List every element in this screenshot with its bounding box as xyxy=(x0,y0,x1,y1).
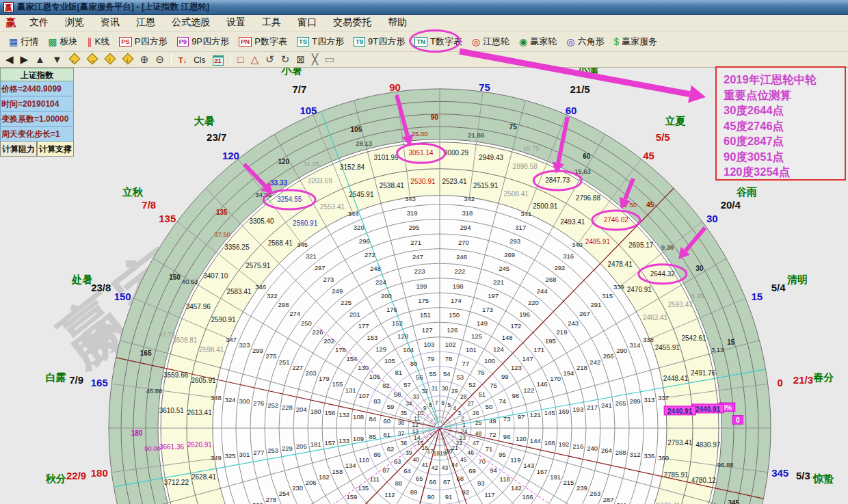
svg-text:142: 142 xyxy=(511,484,522,492)
svg-text:316: 316 xyxy=(563,252,574,260)
menu-item-trade-entrust[interactable]: 交易委托 xyxy=(325,15,380,31)
toolbar-button-p-square[interactable]: PSP四方形 xyxy=(114,34,172,50)
svg-text:3661.36: 3661.36 xyxy=(159,443,185,451)
svg-text:96.88: 96.88 xyxy=(717,461,734,468)
calc-support-button[interactable]: 计算支撑 xyxy=(37,142,74,157)
svg-text:36: 36 xyxy=(398,419,405,426)
tool-prev-icon[interactable]: ◀ xyxy=(5,53,14,66)
svg-text:31: 31 xyxy=(432,385,438,392)
svg-text:133: 133 xyxy=(339,437,349,445)
menu-item-gann[interactable]: 江恩 xyxy=(128,15,163,31)
toolbar-button-p-number-table[interactable]: PNP数字表 xyxy=(234,34,292,50)
svg-text:2448.41: 2448.41 xyxy=(663,375,689,382)
menu-item-tools[interactable]: 工具 xyxy=(254,15,289,31)
svg-text:345: 345 xyxy=(297,241,308,248)
svg-text:123: 123 xyxy=(511,364,522,371)
svg-text:177: 177 xyxy=(358,322,369,330)
svg-text:白露: 白露 xyxy=(46,371,66,383)
svg-text:120: 120 xyxy=(222,150,239,161)
tool-triangle-tool-icon[interactable]: △ xyxy=(251,53,259,66)
svg-text:324: 324 xyxy=(225,396,236,403)
svg-text:312: 312 xyxy=(630,451,641,458)
svg-text:245: 245 xyxy=(499,265,509,272)
tool-cls-icon[interactable]: Cls xyxy=(194,53,205,66)
svg-text:55: 55 xyxy=(429,370,437,377)
tool-shift-up-icon[interactable]: ↑ xyxy=(105,53,116,66)
svg-text:2644.32: 2644.32 xyxy=(650,270,676,278)
svg-text:40.63: 40.63 xyxy=(182,278,198,285)
svg-text:250: 250 xyxy=(301,319,312,327)
svg-text:159: 159 xyxy=(347,493,358,501)
tool-rotate-cw-icon[interactable]: ↻ xyxy=(281,53,290,66)
toolbar-button-gann-wheel[interactable]: ◎江恩轮 xyxy=(467,34,514,50)
winner-service-icon: $ xyxy=(614,37,620,47)
tool-zoom-in-icon[interactable]: ⊕ xyxy=(140,53,149,66)
hexagon-icon: ◎ xyxy=(566,37,574,47)
tool-shift-right-icon[interactable]: → xyxy=(87,53,98,66)
svg-text:196: 196 xyxy=(519,310,530,318)
tool-rotate-down-icon[interactable]: ▼ xyxy=(52,53,62,66)
menu-item-settings[interactable]: 设置 xyxy=(218,15,254,31)
svg-text:295: 295 xyxy=(408,224,419,231)
tool-zoom-out-icon[interactable]: ⊖ xyxy=(155,53,164,66)
svg-text:129: 129 xyxy=(375,345,386,353)
tool-rotate-ccw-icon[interactable]: ↺ xyxy=(265,53,274,66)
toolbar-button-winner-service[interactable]: $赢家服务 xyxy=(609,34,663,50)
svg-text:9: 9 xyxy=(423,405,427,412)
tool-shift-left-icon[interactable]: ← xyxy=(69,53,80,66)
svg-text:127: 127 xyxy=(422,326,433,334)
menu-item-formula-stock-pick[interactable]: 公式选股 xyxy=(163,15,218,31)
toolbar-button-winner-wheel[interactable]: ◉赢家轮 xyxy=(514,34,561,50)
svg-text:12.50: 12.50 xyxy=(620,201,637,209)
menu-item-file[interactable]: 文件 xyxy=(21,15,57,31)
svg-text:248: 248 xyxy=(370,265,381,272)
toolbar-button-quotes[interactable]: ▦行情 xyxy=(4,34,43,50)
toolbar-button-t-square[interactable]: TST四方形 xyxy=(292,34,349,50)
svg-text:45: 45 xyxy=(646,201,654,209)
svg-text:135: 135 xyxy=(159,213,176,224)
svg-text:221: 221 xyxy=(493,278,504,286)
svg-text:82: 82 xyxy=(382,382,390,389)
svg-text:240: 240 xyxy=(587,445,598,452)
tool-fit-center-icon[interactable]: ╳ xyxy=(312,53,318,66)
tool-shift-down-icon[interactable]: ↓ xyxy=(122,53,133,66)
svg-text:50: 50 xyxy=(486,403,493,410)
calc-resistance-button[interactable]: 计算阻力 xyxy=(0,142,37,157)
toolbar-button-9t-square[interactable]: T99T四方形 xyxy=(349,34,410,50)
title-bar: 赢 赢家江恩专业版[赢家服务平台] - [上证指数 江恩轮] xyxy=(0,0,848,15)
svg-text:2545.91: 2545.91 xyxy=(349,191,374,198)
tool-next-icon[interactable]: ▶ xyxy=(21,53,29,66)
toolbar-button-sectors[interactable]: ▩板块 xyxy=(43,34,82,50)
menu-item-help[interactable]: 帮助 xyxy=(380,15,415,31)
svg-text:228: 228 xyxy=(282,403,293,411)
winner-service-label: 赢家服务 xyxy=(622,36,657,48)
svg-text:343: 343 xyxy=(405,195,416,202)
tool-calendar-icon[interactable]: 21 xyxy=(213,53,224,66)
svg-text:2493.41: 2493.41 xyxy=(560,218,585,226)
toolbar-button-t-number-table[interactable]: TNT数字表 xyxy=(410,34,467,50)
tool-rotate-up-icon[interactable]: ▲ xyxy=(35,53,45,66)
svg-text:65: 65 xyxy=(416,475,423,482)
svg-text:2590.91: 2590.91 xyxy=(211,316,237,323)
svg-text:105: 105 xyxy=(351,126,362,133)
toolbar-button-kline[interactable]: ∥K线 xyxy=(82,34,114,50)
toolbar-button-9p-square[interactable]: P99P四方形 xyxy=(172,34,235,50)
menu-item-window[interactable]: 窗口 xyxy=(289,15,325,31)
toolbar-button-hexagon[interactable]: ◎六角形 xyxy=(561,34,609,50)
svg-text:169: 169 xyxy=(559,408,570,415)
svg-text:108: 108 xyxy=(353,413,364,421)
tool-delete-box-icon[interactable]: ⊠ xyxy=(296,53,305,66)
tool-rect-tool-icon[interactable]: □ xyxy=(238,53,244,66)
svg-text:33.33: 33.33 xyxy=(270,179,287,187)
svg-text:117: 117 xyxy=(484,491,494,499)
svg-text:120: 120 xyxy=(516,435,527,442)
svg-text:134: 134 xyxy=(345,462,356,469)
tool-t-updown-icon[interactable]: T↓ xyxy=(178,53,187,66)
menu-item-news[interactable]: 资讯 xyxy=(92,15,128,31)
svg-text:287: 287 xyxy=(603,496,614,503)
tool-presentation-icon[interactable]: ▭ xyxy=(325,53,334,66)
svg-text:80: 80 xyxy=(410,360,418,367)
menu-item-browse[interactable]: 浏览 xyxy=(57,15,92,31)
svg-text:150: 150 xyxy=(114,291,131,302)
svg-text:77: 77 xyxy=(462,360,470,367)
